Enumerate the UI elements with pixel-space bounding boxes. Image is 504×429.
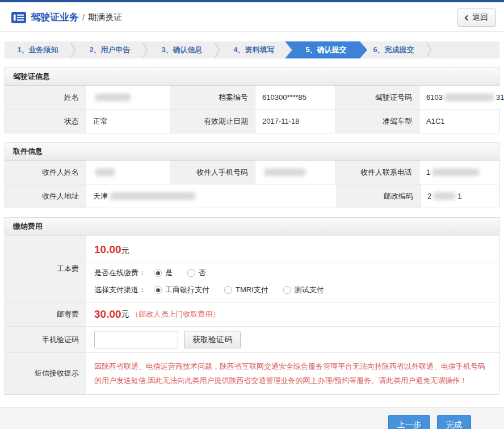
mail-fee-label: 邮寄费 xyxy=(5,302,86,326)
recipient-phone-value: 1 xyxy=(419,161,499,184)
payment-title: 缴纳费用 xyxy=(5,218,499,235)
vehicle-class-label: 准驾车型 xyxy=(335,110,419,133)
name-label: 姓名 xyxy=(5,86,86,109)
status-label: 状态 xyxy=(5,110,86,133)
recipient-mobile-label: 收件人手机号码 xyxy=(170,161,255,184)
sms-notice-text: 因陕西省联通、电信运营商技术问题，陕西省互联网交通安全综合服务管理平台无法向持陕… xyxy=(86,353,499,394)
name-value xyxy=(86,86,170,109)
sms-code-label: 手机验证码 xyxy=(5,327,86,352)
step-chevron-icon xyxy=(215,41,221,58)
back-chevron-icon xyxy=(465,15,471,20)
vehicle-class-value: A1C1 xyxy=(419,110,499,133)
online-pay-question: 是否在线缴费： 是 否 xyxy=(86,263,499,280)
postal-code-value: 21 xyxy=(420,184,499,208)
previous-step-button[interactable]: 上一步 xyxy=(388,415,430,429)
sms-code-input[interactable] xyxy=(94,331,178,348)
pay-channel-question-label: 选择支付渠道： xyxy=(94,285,146,295)
radio-channel-icbc-label[interactable]: 工商银行支付 xyxy=(165,285,209,295)
radio-online-yes[interactable] xyxy=(154,269,162,277)
back-button-label: 返回 xyxy=(472,12,488,23)
radio-online-yes-label[interactable]: 是 xyxy=(165,268,173,278)
expiry-date-value: 2017-11-18 xyxy=(255,110,335,133)
payment-section: 缴纳费用 工本费 10.00元 是否在线缴费： 是 否 选择支付渠道： 工商银行… xyxy=(5,217,499,395)
redacted-postal xyxy=(434,192,455,200)
online-pay-question-label: 是否在线缴费： xyxy=(94,268,146,278)
radio-online-no-label[interactable]: 否 xyxy=(199,268,206,278)
redacted-name xyxy=(95,94,131,101)
breadcrumb-current: 期满换证 xyxy=(88,12,122,23)
radio-channel-tmri-label[interactable]: TMRI支付 xyxy=(236,285,268,295)
file-number-label: 档案编号 xyxy=(170,86,255,109)
page-header: 驾驶证业务 / 期满换证 返回 xyxy=(0,2,504,32)
radio-online-no[interactable] xyxy=(187,269,195,277)
license-number-label: 驾驶证号码 xyxy=(335,86,419,109)
license-list-icon xyxy=(11,12,26,23)
mail-fee-unit: 元 xyxy=(121,309,129,319)
card-fee-unit: 元 xyxy=(121,246,129,255)
license-number-value: 61033163X xyxy=(419,86,504,109)
recipient-mobile-value xyxy=(255,161,335,184)
mail-fee-amount-line: 30.00元 （邮政人员上门收取费用） xyxy=(86,302,499,326)
redacted-license-digits xyxy=(445,94,494,101)
radio-channel-icbc[interactable] xyxy=(154,286,162,294)
step-3-confirm-info[interactable]: 3、确认信息 xyxy=(149,41,215,58)
footer-bar: 上一步 完成 xyxy=(0,407,504,429)
redacted-phone xyxy=(432,169,479,176)
card-fee-label: 工本费 xyxy=(5,235,86,302)
redacted-recipient-name xyxy=(95,169,115,176)
step-4-fill-data[interactable]: 4、资料填写 xyxy=(221,41,287,58)
table-row: 状态 正常 有效期止日期 2017-11-18 准驾车型 A1C1 xyxy=(5,109,499,133)
breadcrumb-section[interactable]: 驾驶证业务 xyxy=(31,11,79,24)
radio-channel-test-label[interactable]: 测试支付 xyxy=(295,285,324,295)
postal-code-label: 邮政编码 xyxy=(337,184,420,208)
pay-channel-question: 选择支付渠道： 工商银行支付 TMRI支付 测试支付 xyxy=(86,280,499,302)
step-6-finish-submit[interactable]: 6、完成提交 xyxy=(360,41,427,58)
back-button[interactable]: 返回 xyxy=(457,9,496,27)
card-fee-amount: 10.00 xyxy=(94,243,121,255)
recipient-address-value: 天津 xyxy=(86,184,337,208)
license-info-section: 驾驶证信息 姓名 档案编号 610300****85 驾驶证号码 6103316… xyxy=(5,68,499,133)
finish-button[interactable]: 完成 xyxy=(437,415,471,429)
table-row: 收件人姓名 收件人手机号码 收件人联系电话 1 xyxy=(5,161,499,184)
step-chevron-icon xyxy=(143,41,149,58)
mail-fee-amount: 30.00 xyxy=(94,308,121,321)
expiry-date-label: 有效期止日期 xyxy=(170,110,255,133)
table-row: 收件人地址 天津 邮政编码 21 xyxy=(5,184,499,208)
step-chevron-icon xyxy=(427,41,432,58)
recipient-phone-label: 收件人联系电话 xyxy=(335,161,419,184)
recipient-name-label: 收件人姓名 xyxy=(5,161,86,184)
step-2-user-declaration[interactable]: 2、用户申告 xyxy=(77,41,143,58)
redacted-mobile xyxy=(264,169,305,176)
status-value: 正常 xyxy=(86,110,170,133)
step-chevron-icon xyxy=(71,41,77,58)
radio-channel-test[interactable] xyxy=(283,286,291,294)
mail-fee-note: （邮政人员上门收取费用） xyxy=(132,309,220,319)
step-progress-bar: 1、业务须知 2、用户申告 3、确认信息 4、资料填写 5、确认提交 6、完成提… xyxy=(5,41,499,58)
table-row: 姓名 档案编号 610300****85 驾驶证号码 61033163X xyxy=(5,86,499,109)
radio-channel-tmri[interactable] xyxy=(224,286,232,294)
step-1-business-notice[interactable]: 1、业务须知 xyxy=(5,41,71,58)
step-5-confirm-submit-active[interactable]: 5、确认提交 xyxy=(285,41,367,58)
recipient-name-value xyxy=(86,161,170,184)
mail-fee-row: 邮寄费 30.00元 （邮政人员上门收取费用） xyxy=(5,302,499,326)
sms-code-row: 手机验证码 获取验证码 xyxy=(5,326,499,352)
redacted-address xyxy=(110,192,195,200)
get-code-button[interactable]: 获取验证码 xyxy=(184,331,241,348)
card-fee-amount-line: 10.00元 xyxy=(86,235,499,263)
card-fee-row: 工本费 10.00元 是否在线缴费： 是 否 选择支付渠道： 工商银行支付 TM… xyxy=(5,235,499,302)
step-bar-tail xyxy=(432,41,499,58)
sms-notice-row: 短信接收提示 因陕西省联通、电信运营商技术问题，陕西省互联网交通安全综合服务管理… xyxy=(5,352,499,394)
breadcrumb-separator: / xyxy=(82,12,85,22)
recipient-address-label: 收件人地址 xyxy=(5,184,86,208)
sms-notice-label: 短信接收提示 xyxy=(5,353,86,394)
license-info-title: 驾驶证信息 xyxy=(5,68,499,86)
file-number-value: 610300****85 xyxy=(255,86,335,109)
pickup-info-title: 取件信息 xyxy=(5,143,499,161)
pickup-info-section: 取件信息 收件人姓名 收件人手机号码 收件人联系电话 1 收件人地址 天津 邮政… xyxy=(5,142,499,208)
